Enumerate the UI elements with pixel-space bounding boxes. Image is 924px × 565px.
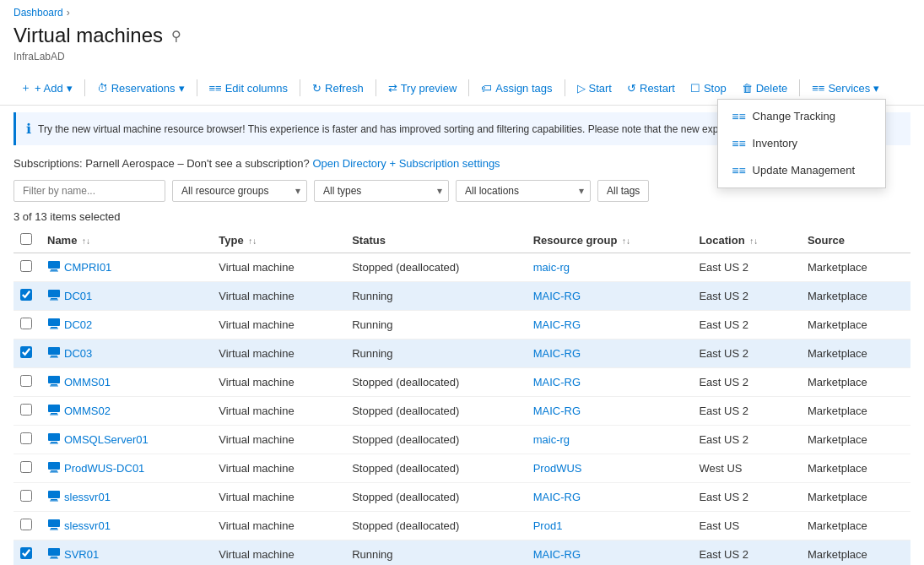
row-checkbox-cell — [14, 340, 41, 368]
col-status: Status — [345, 226, 527, 253]
row-location-cell: East US 2 — [692, 368, 801, 397]
breadcrumb-dashboard[interactable]: Dashboard — [14, 7, 63, 19]
vm-icon — [47, 259, 61, 275]
svg-rect-5 — [50, 300, 58, 301]
divider-4 — [376, 79, 376, 96]
reservations-button[interactable]: ⏱ Reservations ▾ — [90, 78, 192, 99]
try-preview-button[interactable]: ⇄ Try preview — [381, 78, 464, 99]
resource-group-link[interactable]: MAIC-RG — [533, 491, 581, 503]
vm-name-link[interactable]: OMSQLServer01 — [64, 433, 149, 446]
svg-rect-6 — [48, 318, 60, 326]
row-checkbox-cell — [14, 253, 41, 282]
resource-group-link[interactable]: MAIC-RG — [533, 376, 581, 388]
row-checkbox[interactable] — [20, 490, 32, 502]
row-checkbox[interactable] — [20, 375, 32, 387]
services-button[interactable]: ≡≡ Services ▾ — [805, 78, 886, 99]
resource-group-link[interactable]: Prod1 — [533, 519, 563, 532]
row-checkbox[interactable] — [20, 346, 32, 358]
row-checkbox[interactable] — [20, 289, 32, 301]
vm-name-link[interactable]: ProdWUS-DC01 — [64, 462, 144, 475]
vm-name-link[interactable]: slessvr01 — [64, 519, 111, 532]
row-resource-group-cell: maic-rg — [527, 253, 693, 282]
row-checkbox[interactable] — [20, 547, 32, 559]
row-status-cell: Running — [345, 311, 527, 340]
restart-icon: ↺ — [627, 82, 636, 95]
resource-group-link[interactable]: MAIC-RG — [533, 290, 581, 302]
add-icon: ＋ — [20, 80, 31, 95]
location-filter[interactable]: All locations — [456, 180, 591, 202]
update-management-label: Update Management — [753, 164, 855, 177]
assign-tags-button[interactable]: 🏷 Assign tags — [474, 78, 559, 99]
breadcrumb: Dashboard › — [0, 0, 924, 20]
restart-button[interactable]: ↺ Restart — [620, 78, 682, 99]
resource-group-link[interactable]: MAIC-RG — [533, 347, 581, 360]
row-checkbox[interactable] — [20, 432, 32, 444]
row-resource-group-cell: MAIC-RG — [527, 368, 693, 397]
name-filter-input[interactable] — [14, 180, 165, 202]
services-inventory[interactable]: ≡≡ Inventory — [718, 130, 885, 157]
resource-group-link[interactable]: maic-rg — [533, 433, 570, 446]
vm-name-link[interactable]: slessvr01 — [64, 491, 111, 503]
resource-group-link[interactable]: MAIC-RG — [533, 548, 581, 561]
col-type[interactable]: Type ↑↓ — [212, 226, 345, 253]
resource-group-link[interactable]: MAIC-RG — [533, 405, 581, 417]
add-button[interactable]: ＋ + Add ▾ — [14, 76, 79, 100]
vm-name-link[interactable]: OMMS01 — [64, 376, 111, 388]
reservations-chevron-icon: ▾ — [179, 82, 185, 95]
svg-rect-8 — [50, 329, 58, 329]
divider-3 — [300, 79, 300, 96]
resource-group-link[interactable]: MAIC-RG — [533, 318, 581, 331]
row-checkbox[interactable] — [20, 461, 32, 473]
row-type-cell: Virtual machine — [212, 311, 345, 340]
pin-icon[interactable]: ⚲ — [171, 28, 181, 44]
svg-rect-12 — [48, 376, 60, 383]
row-checkbox[interactable] — [20, 318, 32, 329]
vm-name-link[interactable]: DC02 — [64, 318, 92, 331]
row-resource-group-cell: ProdWUS — [527, 454, 693, 483]
svg-rect-31 — [51, 557, 57, 558]
svg-rect-18 — [48, 433, 60, 441]
divider-6 — [565, 79, 565, 96]
tags-filter-label: All tags — [607, 185, 640, 197]
svg-rect-13 — [51, 384, 57, 386]
row-name-cell: CMPRI01 — [41, 253, 212, 282]
row-checkbox-cell — [14, 282, 41, 311]
resource-group-filter[interactable]: All resource groups — [172, 180, 307, 202]
vm-name-link[interactable]: OMMS02 — [64, 405, 111, 417]
edit-columns-button[interactable]: ≡≡ Edit columns — [203, 78, 295, 99]
delete-button[interactable]: 🗑 Delete — [735, 78, 795, 99]
vm-table-container: Name ↑↓ Type ↑↓ Status Resource group ↑↓… — [0, 226, 924, 565]
resource-group-link[interactable]: ProdWUS — [533, 462, 582, 475]
row-location-cell: East US 2 — [692, 426, 801, 454]
refresh-button[interactable]: ↻ Refresh — [305, 78, 370, 99]
vm-name-link[interactable]: CMPRI01 — [64, 261, 111, 274]
svg-rect-0 — [48, 261, 60, 269]
svg-rect-24 — [48, 491, 60, 498]
col-resource-group[interactable]: Resource group ↑↓ — [527, 226, 693, 253]
row-location-cell: West US — [692, 454, 801, 483]
tags-filter-button[interactable]: All tags — [597, 180, 649, 202]
row-resource-group-cell: MAIC-RG — [527, 397, 693, 426]
vm-name-link[interactable]: DC01 — [64, 290, 92, 302]
row-name-cell: OMSQLServer01 — [41, 426, 212, 454]
vm-name-link[interactable]: SVR01 — [64, 548, 99, 561]
type-filter[interactable]: All types — [314, 180, 449, 202]
vm-name-link[interactable]: DC03 — [64, 347, 92, 360]
row-location-cell: East US 2 — [692, 282, 801, 311]
row-checkbox[interactable] — [20, 404, 32, 416]
resource-group-link[interactable]: maic-rg — [533, 261, 570, 274]
services-change-tracking[interactable]: ≡≡ Change Tracking — [718, 103, 885, 130]
col-location[interactable]: Location ↑↓ — [692, 226, 801, 253]
location-sort-icon: ↑↓ — [749, 236, 758, 246]
stop-button[interactable]: ☐ Stop — [684, 78, 733, 99]
row-checkbox[interactable] — [20, 519, 32, 530]
select-all-checkbox[interactable] — [20, 233, 32, 245]
col-name[interactable]: Name ↑↓ — [41, 226, 212, 253]
row-checkbox[interactable] — [20, 260, 32, 272]
open-directory-link[interactable]: Open Directory + Subscription settings — [312, 157, 500, 170]
services-icon: ≡≡ — [812, 82, 824, 95]
refresh-icon: ↻ — [312, 82, 322, 95]
start-button[interactable]: ▷ Start — [570, 78, 619, 99]
services-update-management[interactable]: ≡≡ Update Management — [718, 157, 885, 184]
row-status-cell: Stopped (deallocated) — [345, 368, 527, 397]
